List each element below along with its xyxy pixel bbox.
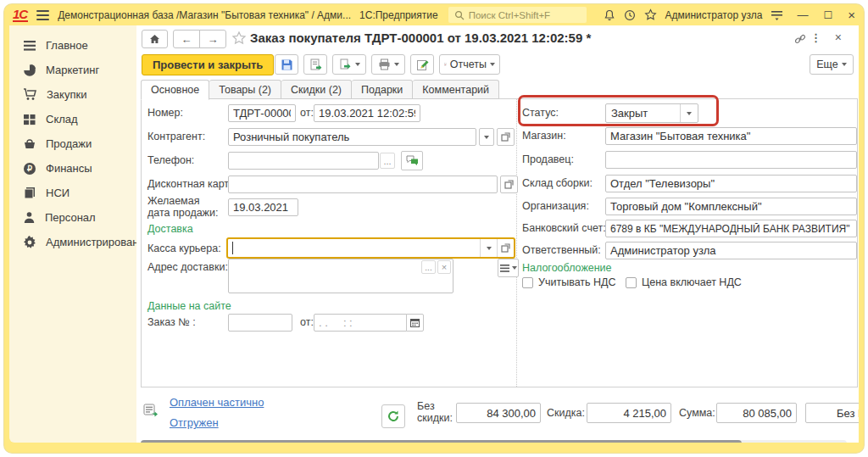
discount-card-open-button[interactable] [500, 176, 518, 193]
sidebar-item-main[interactable]: Главное [9, 33, 136, 58]
print-button[interactable] [371, 54, 405, 75]
organization-label: Организация: [522, 200, 589, 212]
desired-date-label: Желаемая дата продажи: [147, 195, 222, 219]
close-form-icon[interactable]: × [835, 31, 842, 44]
sidebar-item-finance[interactable]: ₽ Финансы [9, 156, 136, 181]
history-icon[interactable] [624, 9, 636, 21]
notifications-bell-icon[interactable] [604, 9, 615, 21]
phone-more-button[interactable]: ... [380, 153, 395, 169]
edit-button[interactable] [410, 54, 434, 75]
address-more-button[interactable]: ... [421, 260, 436, 274]
desired-date-input[interactable] [228, 198, 298, 216]
tab-gifts[interactable]: Подарки [352, 80, 413, 99]
favorite-star-icon[interactable] [231, 31, 247, 49]
sidebar-item-sales[interactable]: Продажи [9, 131, 136, 156]
courier-cash-input[interactable] [226, 237, 515, 259]
get-link-icon[interactable] [794, 33, 806, 48]
sidebar-item-personnel[interactable]: Персонал [9, 205, 136, 230]
global-search-input[interactable]: Поиск Ctrl+Shift+F [448, 7, 587, 23]
calendar-icon [410, 318, 420, 327]
phone-label: Телефон: [147, 154, 194, 166]
sidebar-item-administration[interactable]: Администрирование [9, 230, 136, 254]
no-discount-total[interactable] [456, 403, 541, 423]
minimize-window-icon[interactable]: — [797, 11, 808, 20]
maximize-window-icon[interactable]: ☐ [823, 11, 832, 20]
post-and-close-button[interactable]: Провести и закрыть [142, 54, 274, 75]
tab-main[interactable]: Основное [141, 80, 209, 100]
counterparty-input[interactable] [228, 128, 476, 146]
horizontal-scrollbar[interactable] [141, 440, 847, 443]
sidebar-item-nsi[interactable]: НСИ [9, 181, 136, 205]
assembly-warehouse-input[interactable] [605, 175, 857, 192]
dropdown-caret-icon [842, 63, 847, 66]
refresh-icon [387, 410, 400, 423]
sum-total[interactable] [716, 403, 797, 423]
save-button[interactable] [275, 54, 298, 75]
discount-card-input[interactable] [228, 176, 498, 193]
kebab-menu-icon[interactable]: ⋮ [810, 31, 821, 44]
dropdown-caret-icon [512, 266, 517, 270]
sidebar-item-warehouse[interactable]: Склад [9, 107, 136, 131]
close-window-icon[interactable]: × [848, 11, 855, 20]
responsible-input[interactable] [605, 242, 857, 259]
main-menu-icon[interactable] [36, 10, 49, 20]
more-button[interactable]: Еще [810, 54, 854, 75]
tab-goods[interactable]: Товары (2) [209, 80, 281, 99]
ruble-coin-icon: ₽ [23, 162, 36, 176]
address-clear-button[interactable]: × [437, 260, 451, 274]
courier-cash-dropdown-button[interactable] [480, 239, 497, 257]
phone-input[interactable] [228, 152, 379, 170]
sidebar-item-label: Закупки [47, 88, 86, 101]
organization-input[interactable] [605, 198, 857, 215]
sidebar-item-purchases[interactable]: Закупки [9, 82, 136, 107]
site-order-date-calendar-button[interactable] [406, 314, 424, 332]
checkbox-box [626, 277, 637, 288]
date-input[interactable] [314, 104, 420, 122]
person-icon [23, 211, 36, 224]
discount-total[interactable] [587, 403, 671, 423]
scroll-right-arrow-icon[interactable]: ▸ [854, 441, 857, 443]
delivery-address-textarea[interactable] [228, 259, 453, 293]
back-button[interactable]: ← [173, 30, 200, 48]
bank-account-input[interactable] [605, 220, 857, 237]
sidebar-item-label: Главное [46, 39, 88, 52]
vat-account-checkbox[interactable]: Учитывать НДС [522, 276, 616, 288]
store-input[interactable] [605, 127, 857, 145]
cart-icon [23, 88, 37, 101]
status-select[interactable]: Закрыт [605, 103, 698, 123]
shipping-status-link[interactable]: Отгружен [170, 416, 219, 429]
service-menu-icon[interactable] [771, 9, 783, 20]
site-order-input[interactable] [228, 314, 292, 332]
home-button[interactable] [142, 30, 168, 48]
vat-included-checkbox[interactable]: Цена включает НДС [626, 276, 742, 288]
svg-text:₽: ₽ [27, 164, 32, 173]
basket-icon [23, 137, 36, 150]
tab-comment[interactable]: Комментарий [413, 80, 499, 99]
favorites-star-icon[interactable] [644, 8, 657, 21]
number-input[interactable] [228, 104, 296, 122]
counterparty-open-button[interactable] [497, 128, 515, 146]
post-document-button[interactable] [303, 54, 327, 75]
site-order-date-input[interactable] [314, 314, 407, 332]
status-dropdown-button[interactable] [680, 104, 698, 122]
home-icon [149, 34, 160, 44]
horizontal-scrollbar-thumb[interactable] [141, 440, 742, 443]
reports-button[interactable]: Отчеты [439, 54, 500, 75]
sidebar-item-label: НСИ [46, 187, 70, 199]
recalculate-button[interactable] [381, 404, 405, 428]
sidebar-item-marketing[interactable]: Маркетинг [9, 58, 136, 82]
courier-cash-label: Касса курьера: [147, 242, 221, 254]
address-menu-button[interactable] [498, 259, 519, 277]
current-user[interactable]: Администратор узла [665, 9, 763, 21]
forward-button[interactable]: → [199, 30, 226, 48]
payment-status-link[interactable]: Оплачен частично [170, 396, 264, 409]
menu-lines-icon [23, 40, 36, 52]
create-based-on-button[interactable] [332, 54, 366, 75]
courier-cash-open-button[interactable] [497, 239, 514, 257]
delivery-section-header: Доставка [147, 223, 193, 235]
vat-mode-field[interactable] [805, 403, 859, 423]
send-sms-button[interactable] [401, 151, 423, 170]
seller-input[interactable] [605, 151, 857, 169]
counterparty-dropdown-button[interactable] [479, 128, 494, 146]
tab-discounts[interactable]: Скидки (2) [281, 80, 352, 99]
